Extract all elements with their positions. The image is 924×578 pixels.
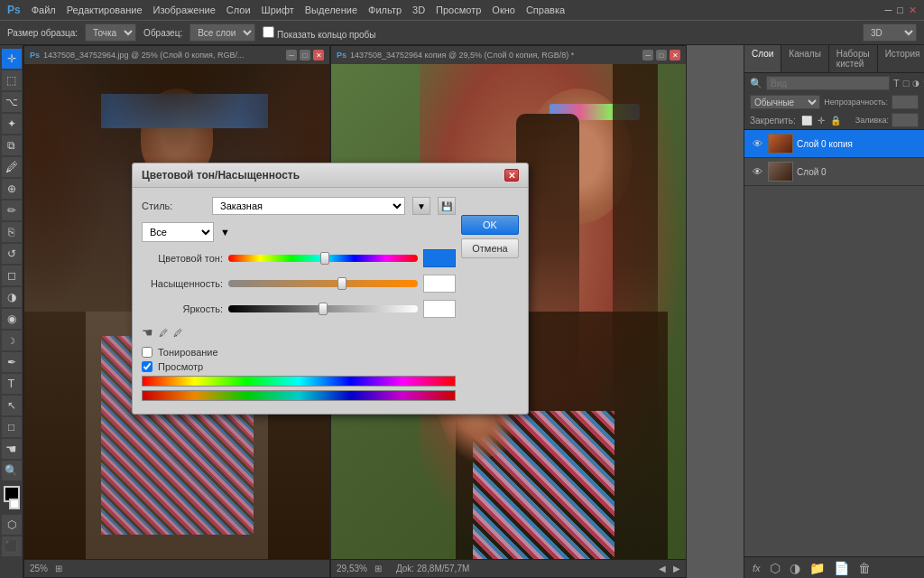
status-text-right: Доk: 28,8М/57,7М: [396, 564, 469, 573]
sat-thumb[interactable]: [337, 277, 346, 290]
layer-eye-copy[interactable]: 👁: [750, 136, 764, 151]
eyedropper-icon[interactable]: ☚: [142, 325, 153, 340]
hand-tool[interactable]: ☚: [2, 439, 22, 459]
dodge-tool[interactable]: ☽: [2, 331, 22, 350]
shape-tool[interactable]: □: [2, 417, 22, 437]
style-select[interactable]: Заказная: [212, 197, 405, 215]
bri-value[interactable]: 0: [423, 300, 456, 318]
layer-eye-original[interactable]: 👁: [750, 164, 764, 179]
new-layer-button[interactable]: 📄: [831, 561, 852, 575]
tab-brushes[interactable]: Наборы кистей: [829, 45, 878, 72]
doc-maximize-right[interactable]: □: [656, 50, 667, 61]
doc-minimize-left[interactable]: ─: [286, 50, 297, 61]
brush-tool[interactable]: ✏: [2, 200, 22, 220]
size-select[interactable]: Точка: [85, 23, 136, 42]
cancel-button[interactable]: Отмена: [461, 238, 519, 258]
hue-value[interactable]: +1: [423, 249, 456, 267]
channel-select[interactable]: Все: [142, 222, 214, 242]
doc-close-right[interactable]: ✕: [670, 50, 680, 61]
style-options-btn[interactable]: ▼: [412, 197, 430, 215]
sat-value[interactable]: +11: [423, 275, 456, 293]
bri-thumb[interactable]: [319, 303, 328, 315]
nav-arrow-right[interactable]: ▶: [673, 564, 680, 573]
maximize-btn[interactable]: □: [897, 5, 903, 16]
pen-tool[interactable]: ✒: [2, 352, 22, 372]
tab-layers[interactable]: Слои: [744, 45, 781, 72]
doc-close-left[interactable]: ✕: [313, 50, 324, 61]
hue-slider[interactable]: [228, 255, 418, 262]
eyedropper-minus-icon[interactable]: 🖉: [173, 328, 182, 338]
menu-window[interactable]: Окно: [492, 5, 515, 15]
path-select-tool[interactable]: ↖: [2, 396, 22, 415]
lock-move-icon[interactable]: ✛: [818, 116, 825, 126]
toning-checkbox[interactable]: [142, 347, 152, 358]
icon-t[interactable]: T: [893, 78, 900, 89]
fx-button[interactable]: fx: [750, 563, 763, 573]
lasso-tool[interactable]: ⌥: [2, 92, 22, 112]
add-mask-button[interactable]: ⬡: [767, 561, 783, 575]
doc-maximize-left[interactable]: □: [300, 50, 310, 61]
crop-tool[interactable]: ⧉: [2, 135, 22, 155]
delete-layer-button[interactable]: 🗑: [855, 561, 873, 575]
gradient-tool[interactable]: ◑: [2, 287, 22, 307]
sat-slider[interactable]: [228, 280, 418, 287]
bri-slider[interactable]: [228, 305, 418, 312]
lock-all-icon[interactable]: 🔒: [830, 116, 841, 126]
sample-select[interactable]: Все слои: [189, 23, 255, 42]
menu-select[interactable]: Выделение: [305, 5, 357, 15]
menu-filter[interactable]: Фильтр: [368, 5, 402, 15]
move-tool[interactable]: ✛: [2, 49, 22, 69]
tab-history[interactable]: История: [878, 45, 924, 72]
healing-tool[interactable]: ⊕: [2, 179, 22, 199]
icon-adj[interactable]: ◑: [912, 79, 919, 88]
layer-thumb-original: [768, 162, 793, 182]
quick-mask-tool[interactable]: ⬡: [2, 515, 22, 535]
minimize-btn[interactable]: ─: [885, 5, 892, 16]
menu-edit[interactable]: Редактирование: [67, 5, 143, 15]
screen-mode-tool[interactable]: ⬛: [2, 536, 22, 556]
menu-file[interactable]: Файл: [32, 5, 56, 15]
menu-layers[interactable]: Слои: [226, 5, 251, 15]
history-brush-tool[interactable]: ↺: [2, 244, 22, 264]
hue-row: Цветовой тон: +1: [142, 249, 456, 267]
blur-tool[interactable]: ◉: [2, 309, 22, 329]
probe-label: Показать кольцо пробы: [263, 26, 375, 40]
menu-view[interactable]: Просмотр: [436, 5, 481, 15]
eyedropper-plus-icon[interactable]: 🖉: [159, 328, 168, 338]
new-group-button[interactable]: 📁: [807, 561, 827, 575]
zoom-tool[interactable]: 🔍: [2, 461, 22, 480]
close-btn[interactable]: ✕: [909, 5, 917, 16]
dialog-close-btn[interactable]: ✕: [504, 169, 519, 182]
tab-channels[interactable]: Каналы: [781, 45, 829, 72]
probe-checkbox[interactable]: [263, 26, 274, 38]
preview-checkbox[interactable]: [142, 361, 152, 372]
layers-search-input[interactable]: [766, 76, 890, 90]
new-adjustment-button[interactable]: ◑: [787, 561, 803, 575]
eyedropper-tool[interactable]: 🖉: [2, 157, 22, 177]
layer-item-copy[interactable]: 👁 Слой 0 копия: [744, 130, 924, 158]
fill-label: Заливка:: [855, 116, 889, 125]
style-save-btn[interactable]: 💾: [438, 197, 456, 215]
nav-arrow-left[interactable]: ◀: [659, 564, 666, 573]
menu-3d[interactable]: 3D: [412, 5, 425, 15]
doc-minimize-right[interactable]: ─: [642, 50, 653, 61]
layer-item-original[interactable]: 👁 Слой 0: [744, 158, 924, 186]
lock-pixels-icon[interactable]: ⬜: [801, 116, 812, 126]
menu-font[interactable]: Шрифт: [262, 5, 294, 15]
ok-button[interactable]: OK: [461, 215, 519, 235]
eraser-tool[interactable]: ◻: [2, 266, 22, 285]
sat-row: Насыщенность: +11: [142, 275, 456, 293]
menu-image[interactable]: Изображение: [153, 5, 216, 15]
menu-help[interactable]: Справка: [526, 5, 565, 15]
type-tool[interactable]: T: [2, 374, 22, 394]
clone-tool[interactable]: ⎘: [2, 222, 22, 242]
magic-wand-tool[interactable]: ✦: [2, 114, 22, 134]
icon-rect[interactable]: □: [903, 78, 910, 89]
blend-mode-select[interactable]: Обычные: [750, 95, 820, 109]
mode-select[interactable]: 3D: [863, 23, 917, 42]
zoom-right: 29,53%: [337, 564, 367, 573]
fill-input[interactable]: 100%: [892, 113, 919, 127]
opacity-input[interactable]: 100%: [892, 95, 919, 109]
select-tool[interactable]: ⬚: [2, 70, 22, 90]
hue-thumb[interactable]: [320, 252, 329, 265]
